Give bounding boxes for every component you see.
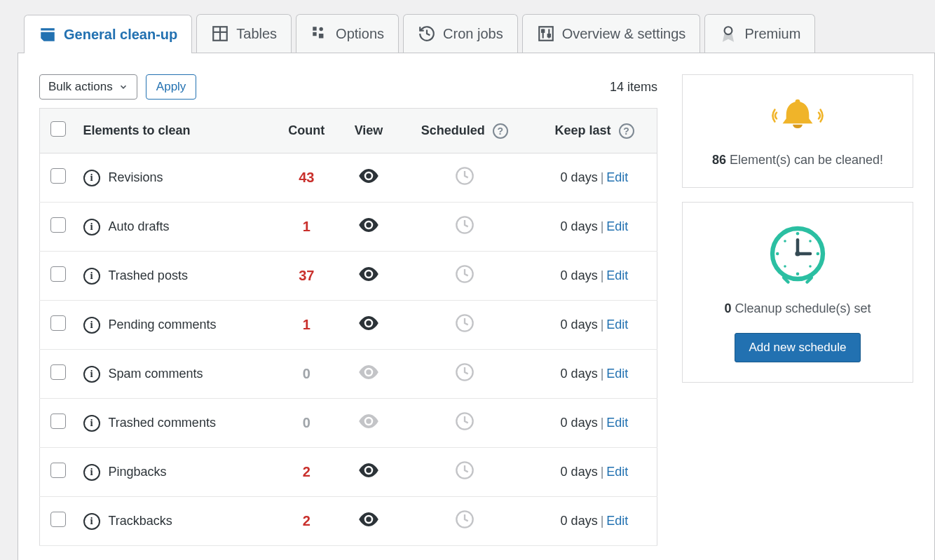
table-row: iSpam comments00 days|Edit [40,350,657,399]
element-count: 43 [299,170,314,185]
table-row: iPending comments10 days|Edit [40,301,657,350]
element-count: 2 [303,464,310,479]
row-checkbox[interactable] [50,463,66,478]
row-checkbox[interactable] [50,315,66,331]
element-count: 1 [303,317,310,332]
tab-label: Options [336,26,384,42]
column-keep-last: Keep last ? [532,109,657,153]
svg-rect-3 [313,27,316,30]
tab-label: Overview & settings [562,26,686,42]
element-count: 37 [299,268,314,283]
view-icon[interactable] [358,217,379,236]
svg-point-26 [784,240,786,243]
info-icon[interactable]: i [83,317,100,334]
info-icon[interactable]: i [83,366,100,383]
scheduled-icon [455,518,475,532]
table-row: iTrashed comments00 days|Edit [40,399,657,448]
award-icon [719,25,737,43]
svg-point-24 [776,252,779,256]
row-checkbox[interactable] [50,266,66,282]
svg-point-5 [320,27,323,31]
edit-link[interactable]: Edit [606,367,628,381]
tab-options[interactable]: Options [296,14,399,53]
chevron-down-icon [118,82,128,92]
tab-label: General clean-up [64,27,177,43]
edit-link[interactable]: Edit [606,219,628,233]
row-checkbox[interactable] [50,364,66,380]
column-view: View [340,109,397,153]
tab-label: Tables [236,26,277,42]
schedule-summary-box: 0 Cleanup schedule(s) set Add new schedu… [682,202,913,383]
edit-link[interactable]: Edit [606,268,628,282]
column-elements[interactable]: Elements to clean [76,109,273,153]
element-count: 0 [303,415,310,430]
edit-link[interactable]: Edit [606,514,628,528]
view-icon[interactable] [358,315,379,334]
svg-point-22 [796,232,800,235]
svg-rect-9 [542,30,544,32]
tab-label: Premium [744,26,800,42]
view-icon[interactable] [358,266,379,285]
tab-label: Cron jobs [443,26,503,42]
svg-rect-11 [547,34,550,36]
tab-overview-settings[interactable]: Overview & settings [522,14,701,53]
add-schedule-button[interactable]: Add new schedule [735,333,861,362]
scheduled-icon [455,273,475,287]
keep-last-value: 0 days [561,416,598,430]
keep-last-value: 0 days [561,465,598,479]
element-name: Auto drafts [109,219,170,234]
row-checkbox[interactable] [50,512,66,527]
info-icon[interactable]: i [83,170,100,186]
svg-point-12 [725,27,732,34]
apply-button[interactable]: Apply [146,74,197,100]
edit-link[interactable]: Edit [606,317,628,332]
select-all-checkbox[interactable] [50,121,66,137]
element-count: 0 [303,366,310,381]
keep-last-value: 0 days [561,219,598,233]
row-checkbox[interactable] [50,168,66,184]
view-icon[interactable] [358,168,379,187]
info-icon[interactable]: i [83,415,100,432]
alarm-clock-icon [766,222,829,285]
view-icon[interactable] [358,512,379,531]
help-icon[interactable]: ? [493,123,508,139]
scheduled-icon [455,371,475,385]
tab-cron-jobs[interactable]: Cron jobs [403,14,518,53]
table-row: iAuto drafts10 days|Edit [40,203,657,252]
info-icon[interactable]: i [83,268,100,285]
edit-link[interactable]: Edit [606,416,628,430]
tab-tables[interactable]: Tables [196,14,292,53]
options-icon [310,25,329,43]
element-name: Trackbacks [109,514,172,528]
row-checkbox[interactable] [50,217,66,233]
bell-icon [766,95,829,137]
column-count[interactable]: Count [273,109,340,153]
scheduled-icon [455,322,475,336]
keep-last-value: 0 days [561,170,598,184]
table-row: iTrashed posts370 days|Edit [40,252,657,301]
bulk-actions-select[interactable]: Bulk actions [39,74,137,100]
sliders-icon [537,25,555,43]
view-icon [358,414,379,432]
help-icon[interactable]: ? [619,123,634,139]
view-icon[interactable] [358,463,379,482]
svg-point-23 [796,273,800,276]
svg-rect-4 [313,32,316,36]
element-name: Trashed posts [109,268,188,283]
table-icon [211,25,229,43]
edit-link[interactable]: Edit [606,465,628,479]
history-icon [418,25,436,43]
info-icon[interactable]: i [83,219,100,235]
tab-premium[interactable]: Premium [704,14,815,53]
svg-point-27 [809,240,812,243]
scheduled-icon [455,175,475,189]
scheduled-icon [455,420,475,434]
keep-last-value: 0 days [561,317,598,332]
info-icon[interactable]: i [83,513,100,530]
element-name: Trashed comments [109,416,216,430]
row-checkbox[interactable] [50,414,66,429]
tab-general-cleanup[interactable]: General clean-up [24,15,192,53]
edit-link[interactable]: Edit [606,170,628,184]
svg-rect-6 [319,34,324,39]
info-icon[interactable]: i [83,464,100,481]
